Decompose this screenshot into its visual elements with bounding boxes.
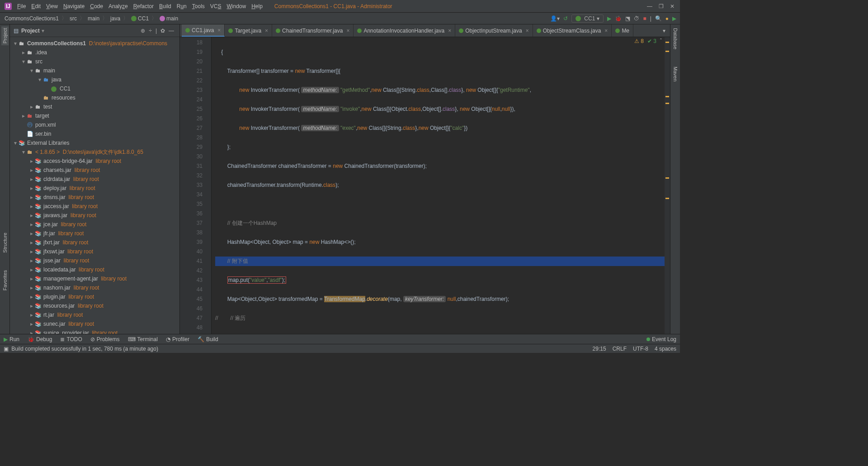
left-tab-structure[interactable]: Structure bbox=[1, 231, 9, 255]
encoding[interactable]: UTF-8 bbox=[633, 346, 648, 352]
tool-terminal[interactable]: ⌨Terminal bbox=[128, 336, 158, 342]
settings-icon[interactable]: ✿ bbox=[160, 28, 165, 34]
stop-icon[interactable]: ■ bbox=[643, 15, 646, 22]
tree-jar-item[interactable]: ▸📚jce.jar library root bbox=[10, 220, 179, 229]
tree-jar-item[interactable]: ▸📚rt.jar library root bbox=[10, 310, 179, 319]
tab-annotation[interactable]: AnnotationInvocationHandler.java× bbox=[354, 24, 455, 37]
hide-icon[interactable]: — bbox=[169, 28, 174, 34]
tree-jar-item[interactable]: ▸📚plugin.jar library root bbox=[10, 292, 179, 301]
tab-target[interactable]: Target.java× bbox=[225, 24, 272, 37]
tab-me[interactable]: Me bbox=[612, 24, 633, 37]
profiler-icon[interactable]: ⏱ bbox=[634, 15, 639, 22]
menu-edit[interactable]: Edit bbox=[28, 3, 43, 10]
ide-actions-icon[interactable]: ● bbox=[665, 15, 669, 22]
fold-gutter[interactable] bbox=[205, 37, 212, 334]
avatar-icon[interactable]: ▶ bbox=[672, 15, 676, 22]
status-icon[interactable]: ▣ bbox=[4, 346, 9, 352]
run-icon[interactable]: ▶ bbox=[607, 15, 611, 22]
left-tab-project[interactable]: Project bbox=[1, 26, 9, 45]
tool-problems[interactable]: ⊘Problems bbox=[90, 336, 120, 342]
breadcrumb[interactable]: main bbox=[159, 15, 179, 22]
tree-jar-item[interactable]: ▸📚cldrdata.jar library root bbox=[10, 175, 179, 184]
tree-jar-item[interactable]: ▸📚deploy.jar library root bbox=[10, 184, 179, 193]
breadcrumb[interactable]: CommonsCollections1 bbox=[4, 15, 60, 22]
add-user-icon[interactable]: 👤▾ bbox=[550, 15, 560, 22]
tree-jar-item[interactable]: ▸📚javaws.jar library root bbox=[10, 211, 179, 220]
menu-code[interactable]: Code bbox=[87, 3, 106, 10]
editor-tabs: CC1.java× Target.java× ChainedTransforme… bbox=[180, 24, 670, 37]
tab-ois[interactable]: ObjectInputStream.java× bbox=[455, 24, 533, 37]
tree-jar-item[interactable]: ▸📚sunec.jar library root bbox=[10, 319, 179, 328]
toolbar-right: 👤▾ ↺ CC1 ▾ ▶ 🐞 ⬔ ⏱ ■ | 🔍 ● ▶ bbox=[550, 14, 676, 23]
coverage-icon[interactable]: ⬔ bbox=[625, 15, 630, 22]
tree-jar-item[interactable]: ▸📚sunjce_provider.jar library root bbox=[10, 328, 179, 334]
tree-jar-item[interactable]: ▸📚access-bridge-64.jar library root bbox=[10, 157, 179, 166]
line-gutter[interactable]: 1819202122232425262728293031323334353637… bbox=[180, 37, 205, 334]
breadcrumb[interactable]: main bbox=[87, 15, 100, 22]
sync-icon[interactable]: ↺ bbox=[563, 15, 568, 22]
tree-jar-item[interactable]: ▸📚management-agent.jar library root bbox=[10, 274, 179, 283]
indent[interactable]: 4 spaces bbox=[655, 346, 676, 352]
tab-cc1[interactable]: CC1.java× bbox=[182, 24, 225, 37]
tool-build[interactable]: 🔨Build bbox=[198, 336, 218, 342]
tool-debug[interactable]: 🐞Debug bbox=[28, 336, 52, 342]
breadcrumb[interactable]: CC1 bbox=[130, 15, 150, 22]
tree-jar-item[interactable]: ▸📚charsets.jar library root bbox=[10, 166, 179, 175]
divider: | bbox=[650, 15, 651, 22]
breadcrumb[interactable]: java bbox=[109, 15, 121, 22]
menu-navigate[interactable]: Navigate bbox=[61, 3, 87, 10]
tree-jar-item[interactable]: ▸📚nashorn.jar library root bbox=[10, 283, 179, 292]
bottom-tool-window-bar: ▶Run 🐞Debug ≣TODO ⊘Problems ⌨Terminal ◔P… bbox=[0, 334, 680, 344]
close-tab-icon[interactable]: × bbox=[217, 27, 221, 33]
minimize-icon[interactable]: — bbox=[647, 3, 652, 10]
menu-vcs[interactable]: VCS bbox=[208, 3, 224, 10]
collapse-icon[interactable]: | bbox=[156, 28, 157, 34]
code-editor[interactable]: ⚠ 8 ✔ 3 ˆˇ 18192021222324252627282930313… bbox=[180, 37, 670, 334]
maximize-icon[interactable]: ❐ bbox=[659, 3, 664, 10]
tool-event-log[interactable]: Event Log bbox=[646, 336, 676, 342]
menu-view[interactable]: View bbox=[43, 3, 61, 10]
menu-help[interactable]: Help bbox=[249, 3, 265, 10]
tree-jar-item[interactable]: ▸📚localedata.jar library root bbox=[10, 265, 179, 274]
tree-jar-item[interactable]: ▸📚jfr.jar library root bbox=[10, 229, 179, 238]
menu-run[interactable]: Run bbox=[174, 3, 189, 10]
right-tab-maven[interactable]: Maven bbox=[672, 65, 679, 83]
tree-jar-item[interactable]: ▸📚dnsns.jar library root bbox=[10, 193, 179, 202]
run-config-dropdown[interactable]: CC1 ▾ bbox=[571, 14, 604, 23]
close-icon[interactable]: ✕ bbox=[670, 3, 675, 10]
expand-icon[interactable]: ÷ bbox=[149, 28, 152, 34]
tool-todo[interactable]: ≣TODO bbox=[60, 336, 82, 342]
tree-jar-item[interactable]: ▸📚jsse.jar library root bbox=[10, 256, 179, 265]
right-tab-database[interactable]: Database bbox=[672, 26, 679, 51]
inspection-status[interactable]: ⚠ 8 ✔ 3 ˆˇ bbox=[634, 38, 667, 44]
left-tab-favorites[interactable]: Favorites bbox=[1, 268, 9, 292]
menu-analyze[interactable]: Analyze bbox=[106, 3, 131, 10]
debug-icon[interactable]: 🐞 bbox=[615, 15, 622, 22]
tree-jar-item[interactable]: ▸📚jaccess.jar library root bbox=[10, 202, 179, 211]
tree-jar-item[interactable]: ▸📚jfxswt.jar library root bbox=[10, 247, 179, 256]
tab-chained[interactable]: ChainedTransformer.java× bbox=[272, 24, 354, 37]
locate-icon[interactable]: ⊕ bbox=[141, 28, 145, 34]
breadcrumb-bar: CommonsCollections1〉 src〉 main〉 java〉 CC… bbox=[0, 13, 680, 24]
project-panel: ▤ Project ▾ ⊕ ÷ | ✿ — ▾🖿CommonsCollectio… bbox=[10, 24, 180, 334]
tree-jar-item[interactable]: ▸📚jfxrt.jar library root bbox=[10, 238, 179, 247]
caret-position[interactable]: 29:15 bbox=[593, 346, 606, 352]
search-icon[interactable]: 🔍 bbox=[655, 15, 662, 22]
project-header: ▤ Project ▾ ⊕ ÷ | ✿ — bbox=[10, 24, 179, 37]
tool-profiler[interactable]: ◔Profiler bbox=[166, 336, 189, 342]
breadcrumb[interactable]: src bbox=[69, 15, 78, 22]
menu-build[interactable]: Build bbox=[156, 3, 174, 10]
menu-window[interactable]: Window bbox=[224, 3, 249, 10]
project-tree[interactable]: ▾🖿CommonsCollections1 D:\notes\java\prac… bbox=[10, 37, 179, 334]
more-tabs-icon[interactable]: ▾ bbox=[660, 28, 668, 34]
code-content[interactable]: { Transformer[] transformer = new Transf… bbox=[212, 37, 665, 334]
line-separator[interactable]: CRLF bbox=[613, 346, 627, 352]
menu-tools[interactable]: Tools bbox=[189, 3, 208, 10]
marker-bar[interactable] bbox=[665, 37, 670, 334]
menu-file[interactable]: File bbox=[14, 3, 28, 10]
tool-run[interactable]: ▶Run bbox=[4, 336, 19, 342]
tree-jar-item[interactable]: ▸📚resources.jar library root bbox=[10, 301, 179, 310]
menu-refactor[interactable]: Refactor bbox=[131, 3, 156, 10]
tab-osc[interactable]: ObjectStreamClass.java× bbox=[533, 24, 612, 37]
left-tool-strip: Project Structure Favorites bbox=[0, 24, 10, 334]
